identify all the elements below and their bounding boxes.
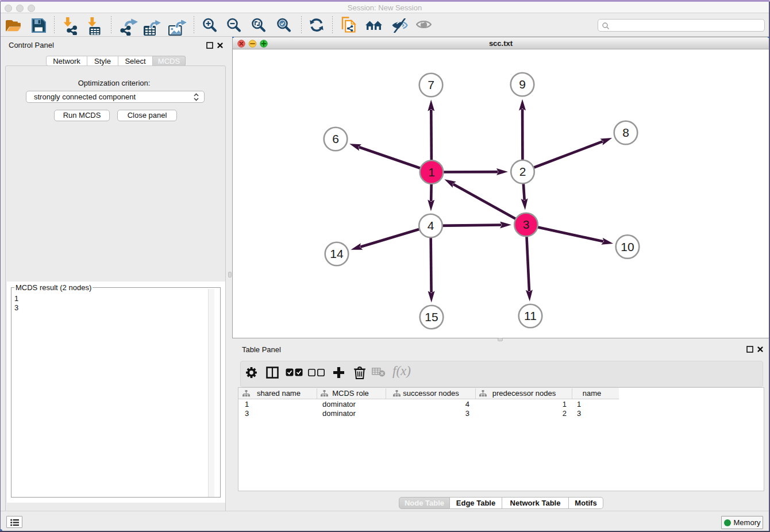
svg-text:10: 10 (621, 240, 634, 253)
svg-text:11: 11 (524, 309, 537, 322)
svg-text:1: 1 (428, 165, 435, 179)
svg-text:9: 9 (519, 78, 526, 91)
svg-text:8: 8 (622, 126, 629, 139)
svg-text:4: 4 (428, 219, 434, 232)
svg-text:3: 3 (523, 218, 530, 231)
svg-text:6: 6 (332, 132, 339, 145)
svg-text:7: 7 (428, 78, 434, 91)
svg-text:2: 2 (519, 165, 526, 178)
svg-text:15: 15 (425, 310, 438, 323)
svg-text:14: 14 (330, 247, 344, 260)
